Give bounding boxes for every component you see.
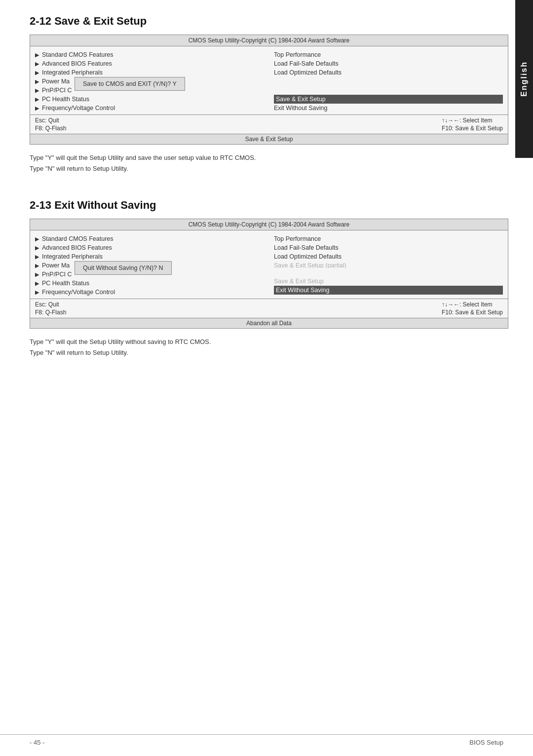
- list-item: ▶ Power Ma: [35, 77, 70, 86]
- footer-f10: F10: Save & Exit Setup: [442, 309, 503, 316]
- section2-description: Type "Y" will quit the Setup Utility wit…: [30, 337, 508, 358]
- bios1-body: ▶ Standard CMOS Features ▶ Advanced BIOS…: [30, 46, 508, 114]
- list-item: ▶ Advanced BIOS Features: [35, 243, 264, 252]
- arrow-icon: ▶: [35, 78, 39, 85]
- bios2-body: ▶ Standard CMOS Features ▶ Advanced BIOS…: [30, 230, 508, 299]
- section-exit-without-saving: 2-13 Exit Without Saving CMOS Setup Util…: [30, 199, 508, 358]
- menu-item-label: Integrated Peripherals: [42, 253, 103, 260]
- page-footer: - 45 - BIOS Setup: [0, 734, 533, 746]
- section1-description: Type "Y" will quit the Setup Utility and…: [30, 152, 508, 174]
- section1-heading: 2-12 Save & Exit Setup: [30, 15, 508, 28]
- bios-screen-1: CMOS Setup Utility-Copyright (C) 1984-20…: [30, 35, 508, 145]
- list-item: ▶ Frequency/Voltage Control: [35, 288, 264, 297]
- bios2-right-col: Top Performance Load Fail-Safe Defaults …: [269, 234, 508, 297]
- bios-screen-2: CMOS Setup Utility-Copyright (C) 1984-20…: [30, 219, 508, 329]
- desc1-line1: Type "Y" will quit the Setup Utility and…: [30, 152, 508, 163]
- menu-item-label: Standard CMOS Features: [42, 235, 114, 242]
- arrow-icon: ▶: [35, 289, 39, 296]
- sidebar-tab: English: [515, 0, 533, 158]
- list-item: ▶ PC Health Status: [35, 95, 264, 104]
- list-item-exit-no-save2: Exit Without Saving: [274, 286, 503, 295]
- desc2-line1: Type "Y" will quit the Setup Utility wit…: [30, 337, 508, 347]
- list-item: Top Performance: [274, 234, 503, 243]
- main-content: 2-12 Save & Exit Setup CMOS Setup Utilit…: [30, 0, 508, 358]
- section-save-exit: 2-12 Save & Exit Setup CMOS Setup Utilit…: [30, 15, 508, 174]
- arrow-icon: ▶: [35, 254, 39, 260]
- menu-item-label: Frequency/Voltage Control: [42, 105, 115, 112]
- list-item: ▶ Standard CMOS Features: [35, 234, 264, 243]
- bios2-footer-right: ↑↓→←: Select Item F10: Save & Exit Setup: [442, 301, 503, 316]
- footer-f10: F10: Save & Exit Setup: [442, 125, 503, 132]
- arrow-icon: ▶: [35, 52, 39, 58]
- desc1-line2: Type "N" will return to Setup Utility.: [30, 163, 508, 174]
- bios1-footer-left: Esc: Quit F8: Q-Flash: [35, 117, 66, 132]
- list-item: ▶ Integrated Peripherals: [35, 68, 264, 77]
- footer-select: ↑↓→←: Select Item: [442, 117, 503, 124]
- menu-item-label: Standard CMOS Features: [42, 51, 114, 58]
- menu-item-label: Power Ma: [42, 262, 70, 269]
- list-item: Load Fail-Safe Defaults: [274, 59, 503, 68]
- footer-esc: Esc: Quit: [35, 301, 66, 308]
- arrow-icon: ▶: [35, 96, 39, 103]
- list-item: Top Performance: [274, 50, 503, 59]
- footer-page-number: - 45 -: [30, 739, 44, 746]
- menu-item-label: Frequency/Voltage Control: [42, 289, 115, 296]
- arrow-icon: ▶: [35, 280, 39, 287]
- arrow-icon: ▶: [35, 271, 39, 278]
- bios2-dialog-row: ▶ Power Ma Quit Without Saving (Y/N)? N: [35, 261, 264, 270]
- section2-heading: 2-13 Exit Without Saving: [30, 199, 508, 212]
- list-item: Load Optimized Defaults: [274, 252, 503, 261]
- bios2-footer: Esc: Quit F8: Q-Flash ↑↓→←: Select Item …: [30, 299, 508, 318]
- arrow-icon: ▶: [35, 70, 39, 76]
- bios2-footer-left: Esc: Quit F8: Q-Flash: [35, 301, 66, 316]
- bios1-dialog: Save to CMOS and EXIT (Y/N)? Y: [75, 77, 185, 91]
- bios2-title: CMOS Setup Utility-Copyright (C) 1984-20…: [30, 219, 508, 230]
- desc2-line2: Type "N" will return to Setup Utility.: [30, 347, 508, 358]
- menu-item-label: PnP/PCI C: [42, 87, 72, 94]
- list-item-save-exit2: Save & Exit Setup: [274, 277, 503, 286]
- list-item: ▶ Standard CMOS Features: [35, 50, 264, 59]
- bios1-status-bar: Save & Exit Setup: [30, 134, 508, 144]
- footer-f8: F8: Q-Flash: [35, 309, 66, 316]
- arrow-icon: ▶: [35, 105, 39, 112]
- list-item: Save & Exit Setup (partial): [274, 261, 503, 268]
- bios1-dialog-row: ▶ Power Ma Save to CMOS and EXIT (Y/N)? …: [35, 77, 264, 86]
- list-item: ▶ Advanced BIOS Features: [35, 59, 264, 68]
- arrow-icon: ▶: [35, 87, 39, 94]
- list-item-save-exit: Save & Exit Setup: [274, 95, 503, 104]
- bios1-footer-right: ↑↓→←: Select Item F10: Save & Exit Setup: [442, 117, 503, 132]
- list-item: [274, 86, 503, 95]
- footer-select: ↑↓→←: Select Item: [442, 301, 503, 308]
- list-item: ▶ Integrated Peripherals: [35, 252, 264, 261]
- arrow-icon: ▶: [35, 263, 39, 269]
- list-item-exit-no-save: Exit Without Saving: [274, 104, 503, 113]
- menu-item-label: Advanced BIOS Features: [42, 60, 112, 67]
- footer-f8: F8: Q-Flash: [35, 125, 66, 132]
- menu-item-label: Integrated Peripherals: [42, 69, 103, 76]
- menu-item-label: PnP/PCI C: [42, 271, 72, 278]
- bios1-title: CMOS Setup Utility-Copyright (C) 1984-20…: [30, 35, 508, 46]
- menu-item-label: Advanced BIOS Features: [42, 244, 112, 251]
- menu-item-label: PC Health Status: [42, 96, 89, 103]
- menu-item-label: PC Health Status: [42, 280, 89, 287]
- arrow-icon: ▶: [35, 61, 39, 67]
- menu-item-label: Power Ma: [42, 78, 70, 85]
- list-item: [274, 268, 503, 277]
- bios2-left-col: ▶ Standard CMOS Features ▶ Advanced BIOS…: [30, 234, 269, 297]
- list-item: Load Optimized Defaults: [274, 68, 503, 77]
- bios2-status-bar: Abandon all Data: [30, 318, 508, 328]
- list-item: ▶ PC Health Status: [35, 279, 264, 288]
- footer-label: BIOS Setup: [469, 739, 503, 746]
- footer-esc: Esc: Quit: [35, 117, 66, 124]
- list-item: ▶ Power Ma: [35, 261, 70, 270]
- bios2-dialog: Quit Without Saving (Y/N)? N: [75, 261, 172, 275]
- arrow-icon: ▶: [35, 236, 39, 242]
- list-item: Load Fail-Safe Defaults: [274, 243, 503, 252]
- bios1-left-col: ▶ Standard CMOS Features ▶ Advanced BIOS…: [30, 50, 269, 113]
- list-item: [274, 77, 503, 86]
- arrow-icon: ▶: [35, 245, 39, 251]
- sidebar-tab-text: English: [520, 61, 529, 97]
- bios1-footer: Esc: Quit F8: Q-Flash ↑↓→←: Select Item …: [30, 114, 508, 134]
- bios1-right-col: Top Performance Load Fail-Safe Defaults …: [269, 50, 508, 113]
- list-item: ▶ Frequency/Voltage Control: [35, 104, 264, 113]
